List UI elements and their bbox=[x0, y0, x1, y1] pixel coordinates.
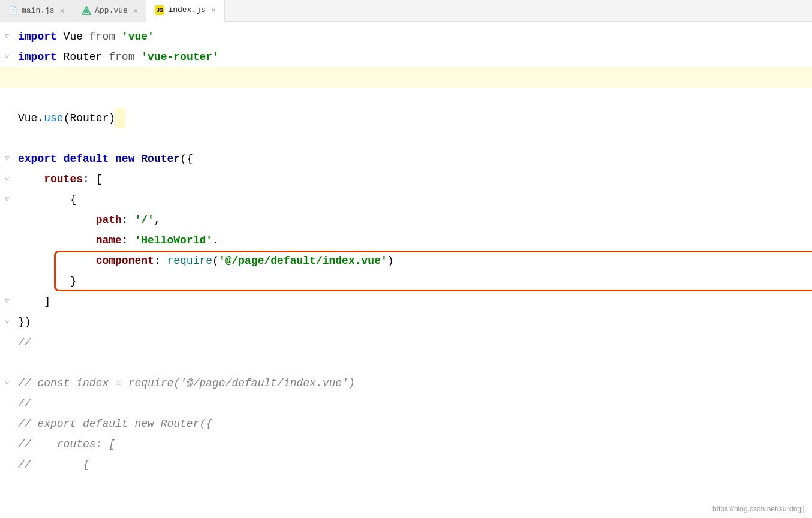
code-line-16: // bbox=[18, 332, 812, 353]
method-use: use bbox=[44, 108, 63, 128]
vue-icon bbox=[82, 6, 91, 16]
tab-label-main-js: main.js bbox=[22, 6, 55, 15]
string-vue-router: 'vue-router' bbox=[141, 47, 219, 67]
file-icon: 📄 bbox=[8, 6, 18, 16]
keyword-from-1: from bbox=[89, 26, 115, 47]
comment-16: // bbox=[18, 332, 31, 353]
fn-require: require bbox=[167, 251, 212, 271]
tab-close-app-vue[interactable]: ✕ bbox=[134, 7, 138, 14]
code-line-2: ▽ import Router from 'vue-router' bbox=[18, 47, 812, 67]
code-line-20: // export default new Router({ bbox=[18, 414, 812, 434]
code-area: ▽ import Vue from 'vue' ▽ import Router … bbox=[0, 22, 812, 518]
red-box-container: component : require ( '@/page/default/in… bbox=[18, 251, 812, 291]
keyword-import-1: import bbox=[18, 26, 57, 47]
tab-close-index-js[interactable]: ✕ bbox=[212, 6, 216, 14]
code-line-15: ▽ }) bbox=[18, 312, 812, 332]
text-router: Router bbox=[57, 47, 109, 67]
fold-icon-1[interactable]: ▽ bbox=[5, 26, 9, 47]
fold-icon-18[interactable]: ▽ bbox=[5, 373, 9, 393]
keyword-export: export bbox=[18, 149, 57, 169]
fold-icon-15[interactable]: ▽ bbox=[5, 312, 9, 332]
code-line-12: component : require ( '@/page/default/in… bbox=[18, 251, 812, 271]
comment-22: // { bbox=[18, 454, 89, 475]
fold-icon-14[interactable]: ▽ bbox=[5, 291, 9, 312]
string-path: '/' bbox=[134, 210, 154, 230]
code-line-13: } bbox=[18, 271, 812, 291]
tab-close-main-js[interactable]: ✕ bbox=[61, 7, 65, 14]
code-line-3 bbox=[0, 67, 812, 88]
comment-20: // export default new Router({ bbox=[18, 414, 212, 434]
code-lines: ▽ import Vue from 'vue' ▽ import Router … bbox=[0, 22, 812, 475]
js-icon: JS bbox=[155, 5, 164, 15]
code-line-14: ▽ ] bbox=[18, 291, 812, 312]
code-line-6 bbox=[18, 128, 812, 149]
tab-index-js[interactable]: JS index.js ✕ bbox=[146, 0, 224, 22]
watermark: https://blog.csdn.net/suixingjjj bbox=[712, 505, 806, 513]
string-component-path: '@/page/default/index.vue' bbox=[219, 251, 387, 271]
tab-main-js[interactable]: 📄 main.js ✕ bbox=[0, 0, 73, 22]
tab-bar: 📄 main.js ✕ App.vue ✕ JS index.js ✕ bbox=[0, 0, 812, 22]
string-hello-world: 'HelloWorld' bbox=[134, 230, 212, 251]
prop-routes: routes bbox=[44, 169, 83, 189]
keyword-default: default bbox=[64, 149, 109, 169]
keyword-from-2: from bbox=[109, 47, 134, 67]
prop-component: component bbox=[96, 251, 154, 271]
space-2 bbox=[134, 47, 141, 67]
code-line-17 bbox=[18, 353, 812, 373]
code-line-8: ▽ routes : [ bbox=[18, 169, 812, 189]
text-router-call: (Router) bbox=[64, 108, 115, 128]
code-line-11: name : 'HelloWorld' . bbox=[18, 230, 812, 251]
code-line-1: ▽ import Vue from 'vue' bbox=[18, 26, 812, 47]
fold-icon-7[interactable]: ▽ bbox=[5, 149, 9, 169]
comment-19: // bbox=[18, 393, 31, 414]
punct-open: ({ bbox=[180, 149, 193, 169]
tab-label-index-js: index.js bbox=[168, 5, 205, 14]
fold-icon-8[interactable]: ▽ bbox=[5, 169, 9, 189]
text-vue: Vue bbox=[57, 26, 89, 47]
fold-icon-2[interactable]: ▽ bbox=[5, 47, 9, 67]
prop-name: name bbox=[96, 230, 122, 251]
tab-label-app-vue: App.vue bbox=[95, 6, 128, 15]
code-line-18: ▽ // const index = require('@/page/defau… bbox=[18, 373, 812, 393]
code-line-22: // { bbox=[18, 454, 812, 475]
comment-21: // routes: [ bbox=[18, 434, 115, 454]
keyword-import-2: import bbox=[18, 47, 57, 67]
code-line-4 bbox=[18, 88, 812, 108]
string-vue: 'vue' bbox=[122, 26, 154, 47]
tab-app-vue[interactable]: App.vue ✕ bbox=[73, 0, 146, 22]
comment-18: // const index = require('@/page/default… bbox=[18, 373, 355, 393]
fold-icon-9[interactable]: ▽ bbox=[5, 189, 9, 210]
code-line-19: // bbox=[18, 393, 812, 414]
classname-router: Router bbox=[141, 149, 180, 169]
code-line-21: // routes: [ bbox=[18, 434, 812, 454]
code-line-7: ▽ export default new Router ({ bbox=[18, 149, 812, 169]
code-line-9: ▽ { bbox=[18, 189, 812, 210]
code-line-5: Vue. use (Router) bbox=[18, 108, 812, 128]
text-vue-dot: Vue. bbox=[18, 108, 44, 128]
code-line-10: path : '/' , bbox=[18, 210, 812, 230]
prop-path: path bbox=[96, 210, 122, 230]
keyword-new: new bbox=[115, 149, 134, 169]
cursor-highlight bbox=[115, 108, 125, 128]
space-1 bbox=[115, 26, 122, 47]
